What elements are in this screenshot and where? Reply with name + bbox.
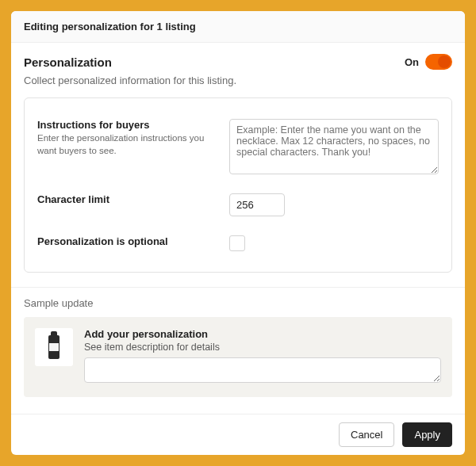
config-box: Instructions for buyers Enter the person…	[24, 97, 452, 273]
sample-sub: See item description for details	[84, 342, 441, 353]
bottle-icon	[48, 335, 60, 359]
optional-checkbox[interactable]	[229, 235, 245, 251]
modal-footer: Cancel Apply	[11, 414, 465, 455]
sample-input[interactable]	[84, 357, 441, 383]
toggle-group: On	[405, 54, 452, 70]
optional-title: Personalization is optional	[37, 235, 220, 247]
modal-body: Personalization On Collect personalized …	[11, 43, 465, 414]
sample-section-label: Sample update	[24, 297, 452, 309]
sample-preview: Add your personalization See item descri…	[24, 317, 452, 397]
divider	[11, 287, 465, 288]
apply-button[interactable]: Apply	[402, 422, 452, 447]
personalization-toggle[interactable]	[425, 54, 452, 70]
modal-title: Editing personalization for 1 listing	[11, 11, 465, 43]
charlimit-row: Character limit	[37, 182, 439, 224]
optional-label-group: Personalization is optional	[37, 235, 220, 249]
toggle-label: On	[405, 56, 419, 68]
instructions-title: Instructions for buyers	[37, 119, 220, 131]
section-description: Collect personalized information for thi…	[24, 74, 452, 86]
section-title: Personalization	[24, 55, 112, 69]
sample-right: Add your personalization See item descri…	[84, 328, 441, 386]
instructions-row: Instructions for buyers Enter the person…	[37, 111, 439, 182]
instructions-help: Enter the personalization instructions y…	[37, 132, 220, 157]
personalization-modal: Editing personalization for 1 listing Pe…	[11, 11, 465, 455]
product-thumbnail	[35, 328, 73, 366]
instructions-label-group: Instructions for buyers Enter the person…	[37, 119, 220, 157]
charlimit-title: Character limit	[37, 193, 220, 205]
optional-row: Personalization is optional	[37, 224, 439, 259]
charlimit-input[interactable]	[229, 193, 285, 216]
section-header: Personalization On	[24, 54, 452, 70]
charlimit-label-group: Character limit	[37, 193, 220, 207]
instructions-textarea[interactable]	[229, 119, 439, 174]
cancel-button[interactable]: Cancel	[339, 422, 394, 447]
sample-heading: Add your personalization	[84, 328, 441, 340]
